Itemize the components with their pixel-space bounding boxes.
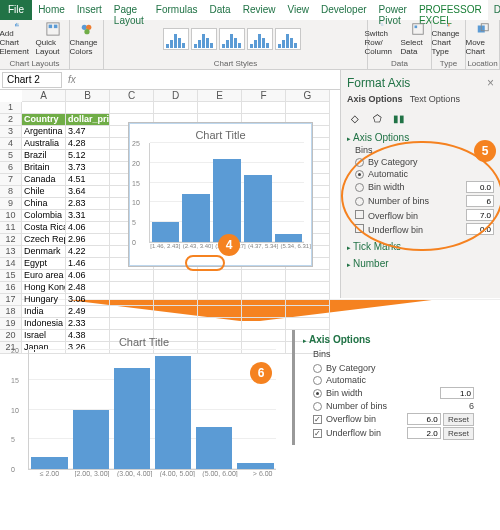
row-header[interactable]: 2 (0, 114, 22, 126)
cell[interactable]: 2.96 (66, 234, 110, 246)
cell[interactable]: India (22, 306, 66, 318)
cell[interactable]: 3.64 (66, 186, 110, 198)
section-axis-options[interactable]: Axis Options (309, 334, 371, 345)
chart-style-thumb[interactable] (163, 28, 189, 50)
bins-width-radio[interactable]: Bin width (326, 388, 363, 398)
bins-by-category-radio[interactable]: By Category (326, 363, 376, 373)
cell[interactable] (154, 270, 198, 282)
change-colors-button[interactable]: Change Colors (70, 22, 104, 56)
pane-tab-axis-options[interactable]: Axis Options (347, 94, 403, 104)
cell[interactable] (242, 306, 286, 318)
col-header[interactable]: F (242, 90, 286, 102)
row-header[interactable]: 15 (0, 270, 22, 282)
cell[interactable]: 2.48 (66, 282, 110, 294)
col-header[interactable]: D (154, 90, 198, 102)
cell[interactable] (198, 102, 242, 114)
cell[interactable]: Czech Republic (22, 234, 66, 246)
row-header[interactable]: 16 (0, 282, 22, 294)
row-header[interactable]: 17 (0, 294, 22, 306)
cell[interactable]: Costa Rica (22, 222, 66, 234)
tab-insert[interactable]: Insert (71, 0, 108, 20)
cell[interactable]: Brazil (22, 150, 66, 162)
row-header[interactable]: 11 (0, 222, 22, 234)
close-icon[interactable]: × (487, 76, 494, 90)
cell[interactable] (286, 294, 330, 306)
tab-page-layout[interactable]: Page Layout (108, 0, 150, 20)
col-header[interactable]: B (66, 90, 110, 102)
cell[interactable]: Chile (22, 186, 66, 198)
cell[interactable] (154, 282, 198, 294)
fill-icon[interactable]: ◇ (347, 110, 363, 126)
tab-file[interactable]: File (0, 0, 32, 20)
cell[interactable]: 3.06 (66, 294, 110, 306)
chart-styles-gallery[interactable] (161, 22, 311, 56)
cell[interactable] (198, 306, 242, 318)
cell[interactable]: 3.47 (66, 126, 110, 138)
tab-professor-excel[interactable]: PROFESSOR EXCEL (413, 0, 488, 20)
cell[interactable]: 4.22 (66, 246, 110, 258)
cell[interactable] (242, 282, 286, 294)
cell[interactable]: 5.12 (66, 150, 110, 162)
move-chart-button[interactable]: Move Chart (466, 22, 500, 56)
chart-style-thumb[interactable] (191, 28, 217, 50)
cell[interactable] (286, 102, 330, 114)
cell[interactable] (154, 306, 198, 318)
chart-title[interactable]: Chart Title (129, 123, 312, 143)
chart-style-thumb[interactable] (275, 28, 301, 50)
tab-power-pivot[interactable]: Power Pivot (373, 0, 413, 20)
bin-width-input[interactable] (440, 387, 474, 399)
underflow-input[interactable] (407, 427, 441, 439)
cell[interactable] (198, 270, 242, 282)
effects-icon[interactable]: ⬠ (369, 110, 385, 126)
row-header[interactable]: 12 (0, 234, 22, 246)
col-header[interactable]: A (22, 90, 66, 102)
chart-style-thumb[interactable] (247, 28, 273, 50)
row-header[interactable]: 9 (0, 198, 22, 210)
cell[interactable] (198, 294, 242, 306)
bins-count-radio[interactable]: Number of bins (326, 401, 387, 411)
cell[interactable]: Hong Kong (22, 282, 66, 294)
row-header[interactable]: 18 (0, 306, 22, 318)
cell[interactable] (286, 270, 330, 282)
cell[interactable]: 3.31 (66, 210, 110, 222)
cell[interactable]: 4.28 (66, 138, 110, 150)
cell[interactable]: 4.06 (66, 222, 110, 234)
overflow-reset-button[interactable]: Reset (443, 413, 474, 426)
cell[interactable]: Australia (22, 138, 66, 150)
underflow-checkbox[interactable]: Underflow bin (326, 428, 381, 438)
bins-automatic-radio[interactable]: Automatic (326, 375, 366, 385)
section-axis-options[interactable]: Axis Options (353, 132, 409, 143)
cell[interactable]: 4.51 (66, 174, 110, 186)
axis-icon[interactable]: ▮▮ (391, 110, 407, 126)
overflow-input[interactable] (407, 413, 441, 425)
chart-plot-area[interactable]: 0510152025 (149, 143, 304, 243)
section-number[interactable]: Number (353, 258, 389, 269)
cell[interactable]: Argentina (22, 126, 66, 138)
cell[interactable]: Denmark (22, 246, 66, 258)
cell[interactable] (242, 270, 286, 282)
cell[interactable] (154, 102, 198, 114)
underflow-reset-button[interactable]: Reset (443, 427, 474, 440)
cell[interactable] (286, 282, 330, 294)
cell[interactable] (198, 282, 242, 294)
row-header[interactable]: 1 (0, 102, 22, 114)
name-box[interactable]: Chart 2 (2, 72, 62, 88)
col-header[interactable]: G (286, 90, 330, 102)
cell[interactable] (110, 282, 154, 294)
overflow-checkbox[interactable]: Overflow bin (326, 414, 376, 424)
tab-view[interactable]: View (281, 0, 315, 20)
row-header[interactable]: 6 (0, 162, 22, 174)
cell[interactable]: 2.49 (66, 306, 110, 318)
cell[interactable] (110, 294, 154, 306)
row-header[interactable]: 10 (0, 210, 22, 222)
cell[interactable]: 4.06 (66, 270, 110, 282)
tab-developer[interactable]: Developer (315, 0, 373, 20)
tab-data[interactable]: Data (204, 0, 237, 20)
cell[interactable] (110, 102, 154, 114)
quick-layout-button[interactable]: Quick Layout (36, 22, 70, 56)
tab-home[interactable]: Home (32, 0, 71, 20)
chart-style-thumb[interactable] (219, 28, 245, 50)
tab-design[interactable]: Design (488, 0, 500, 20)
row-header[interactable]: 5 (0, 150, 22, 162)
fx-icon[interactable]: fx (68, 74, 76, 85)
